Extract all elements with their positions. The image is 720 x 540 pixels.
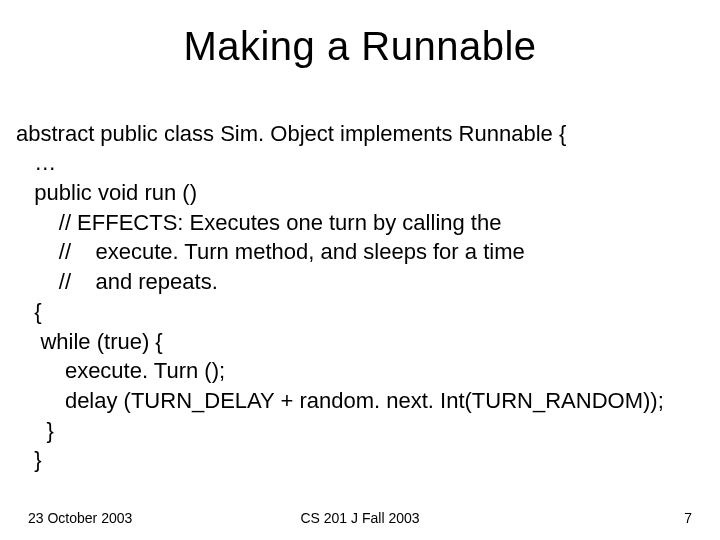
footer: 23 October 2003 CS 201 J Fall 2003 7 bbox=[0, 510, 720, 526]
code-line: execute. Turn (); bbox=[16, 358, 225, 383]
footer-date: 23 October 2003 bbox=[28, 510, 132, 526]
code-line: public void run () bbox=[16, 180, 197, 205]
page-number: 7 bbox=[684, 510, 692, 526]
code-line: abstract public class Sim. Object implem… bbox=[16, 121, 566, 146]
code-block: abstract public class Sim. Object implem… bbox=[16, 89, 708, 475]
footer-course: CS 201 J Fall 2003 bbox=[300, 510, 419, 526]
code-line: } bbox=[16, 418, 54, 443]
code-line: … bbox=[16, 150, 56, 175]
slide: Making a Runnable abstract public class … bbox=[0, 0, 720, 540]
code-line: // and repeats. bbox=[16, 269, 218, 294]
code-line: { bbox=[16, 299, 42, 324]
code-line: } bbox=[16, 447, 42, 472]
code-line: // EFFECTS: Executes one turn by calling… bbox=[16, 210, 501, 235]
slide-title: Making a Runnable bbox=[12, 24, 708, 69]
code-line: while (true) { bbox=[16, 329, 163, 354]
code-line: delay (TURN_DELAY + random. next. Int(TU… bbox=[16, 388, 664, 413]
code-line: // execute. Turn method, and sleeps for … bbox=[16, 239, 525, 264]
